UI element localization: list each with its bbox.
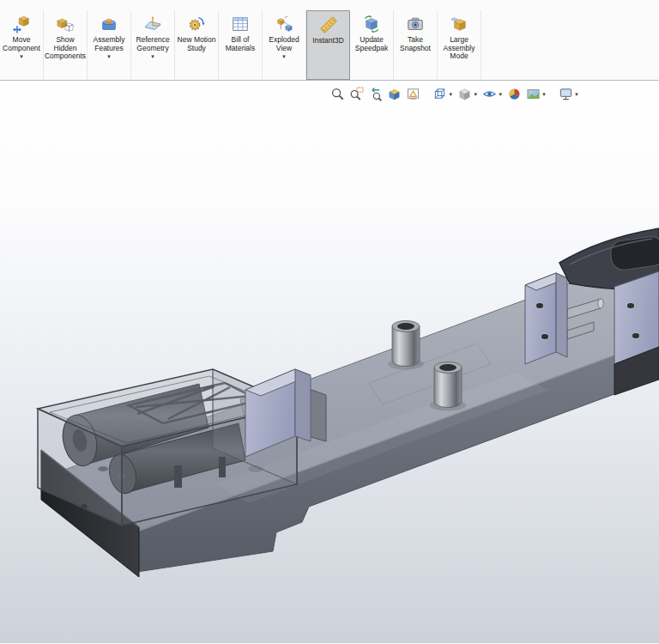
chevron-down-icon[interactable]: ▼ — [448, 92, 453, 97]
display-style-button[interactable]: ▼ — [456, 86, 479, 102]
hide-show-items-icon — [482, 87, 497, 101]
view-settings-button[interactable]: ▼ — [558, 86, 580, 102]
toolbar-button-move-component[interactable]: Move Component ▼ — [0, 10, 44, 80]
apply-scene-button[interactable]: ▼ — [525, 86, 547, 102]
chevron-down-icon[interactable]: ▼ — [281, 54, 287, 59]
reference-geometry-icon — [143, 12, 162, 35]
edit-appearance-button[interactable] — [506, 86, 523, 102]
chevron-down-icon[interactable]: ▼ — [106, 54, 112, 59]
display-style-icon — [457, 87, 472, 101]
bill-of-materials-icon — [231, 12, 250, 35]
new-motion-study-icon — [187, 12, 206, 35]
apply-scene-icon — [526, 87, 541, 101]
previous-view-button[interactable] — [367, 86, 384, 102]
zoom-to-area-icon — [349, 87, 364, 101]
toolbar-button-label: Reference Geometry — [132, 36, 173, 52]
move-component-icon — [12, 12, 31, 35]
toolbar-button-label: Assembly Features — [88, 36, 130, 52]
hide-show-items-button[interactable]: ▼ — [481, 86, 504, 102]
toolbar-button-bill-of-materials[interactable]: Bill of Materials — [219, 10, 263, 80]
toolbar-button-update-speedpak[interactable]: Update Speedpak — [350, 10, 394, 80]
toolbar-button-label: New Motion Study — [176, 36, 217, 52]
view-settings-icon — [559, 87, 573, 101]
assembly-part-bushing-2[interactable] — [430, 362, 466, 411]
toolbar-button-label: Exploded View — [263, 36, 305, 52]
toolbar-button-label: Large Assembly Mode — [438, 36, 480, 61]
view-orientation-icon — [432, 87, 447, 101]
instant3d-icon — [319, 13, 338, 36]
view-orientation-button[interactable]: ▼ — [432, 86, 454, 102]
toolbar-button-label: Bill of Materials — [220, 36, 261, 52]
dynamic-annotations-button[interactable] — [405, 86, 421, 102]
toolbar-button-label: Show Hidden Components — [45, 36, 86, 61]
toolbar-button-exploded-view[interactable]: Exploded View ▼ — [263, 10, 306, 80]
section-view-button[interactable] — [386, 86, 402, 102]
chevron-down-icon[interactable]: ▼ — [150, 54, 155, 59]
edit-appearance-icon — [507, 87, 522, 101]
chevron-down-icon[interactable]: ▼ — [541, 92, 547, 97]
chevron-down-icon[interactable]: ▼ — [498, 92, 503, 97]
heads-up-view-toolbar: ▼ ▼ ▼ — [330, 86, 580, 102]
toolbar-button-label: Take Snapshot — [395, 36, 436, 52]
section-view-icon — [387, 87, 402, 101]
chevron-down-icon[interactable]: ▼ — [574, 92, 579, 97]
show-hidden-components-icon — [56, 12, 75, 35]
toolbar-button-show-hidden-components[interactable]: Show Hidden Components — [44, 10, 88, 80]
zoom-to-fit-button[interactable] — [330, 86, 346, 102]
toolbar-button-instant3d[interactable]: Instant3D — [306, 10, 350, 80]
graphics-viewport[interactable]: ▼ ▼ ▼ — [0, 81, 659, 643]
assembly-features-icon — [100, 12, 118, 35]
toolbar-button-label: Move Component — [1, 36, 42, 52]
command-toolbar: Move Component ▼ Show Hidden Components — [0, 0, 659, 81]
toolbar-button-reference-geometry[interactable]: Reference Geometry ▼ — [131, 10, 175, 80]
take-snapshot-icon — [406, 12, 425, 35]
toolbar-button-label: Instant3D — [312, 37, 343, 46]
previous-view-icon — [368, 87, 383, 101]
assembly-part-bushing-1[interactable] — [388, 321, 424, 370]
model-canvas[interactable] — [0, 81, 659, 643]
zoom-to-fit-icon — [330, 87, 345, 101]
toolbar-button-assembly-features[interactable]: Assembly Features ▼ — [88, 10, 131, 80]
toolbar-button-new-motion-study[interactable]: New Motion Study — [175, 10, 219, 80]
large-assembly-mode-icon — [450, 12, 469, 35]
toolbar-button-label: Update Speedpak — [351, 36, 392, 52]
zoom-to-area-button[interactable] — [348, 86, 365, 102]
chevron-down-icon[interactable]: ▼ — [473, 92, 478, 97]
update-speedpak-icon — [362, 12, 381, 35]
toolbar-button-large-assembly-mode[interactable]: Large Assembly Mode — [438, 10, 481, 80]
exploded-view-icon — [275, 12, 293, 35]
dynamic-annotations-icon — [406, 87, 420, 101]
toolbar-button-take-snapshot[interactable]: Take Snapshot — [394, 10, 438, 80]
chevron-down-icon[interactable]: ▼ — [19, 54, 24, 59]
